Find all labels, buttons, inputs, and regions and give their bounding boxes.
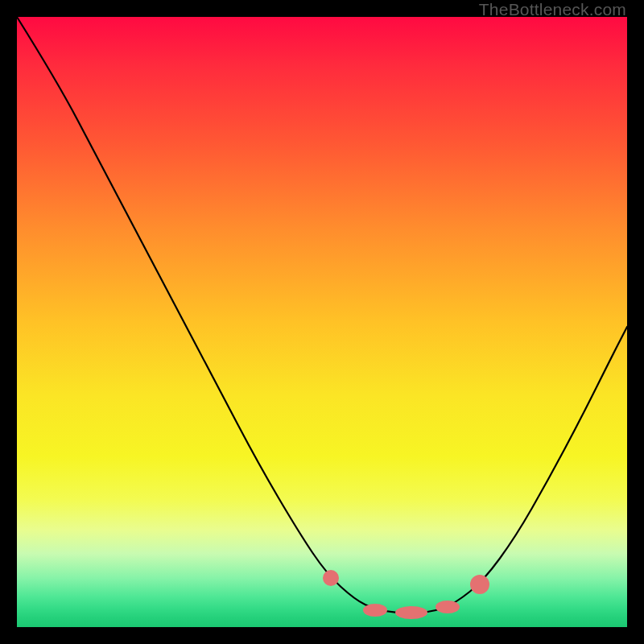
curve-layer bbox=[17, 17, 627, 627]
marker-left-elbow bbox=[323, 570, 339, 586]
marker-right-elbow bbox=[470, 575, 489, 594]
bottleneck-curve bbox=[17, 17, 627, 613]
marker-flat-mid bbox=[395, 606, 427, 619]
marker-flat-left bbox=[363, 604, 387, 617]
chart-stage: TheBottleneck.com bbox=[0, 0, 644, 644]
curve-markers bbox=[323, 570, 489, 619]
marker-flat-right bbox=[436, 601, 460, 613]
watermark-text: TheBottleneck.com bbox=[479, 0, 626, 19]
